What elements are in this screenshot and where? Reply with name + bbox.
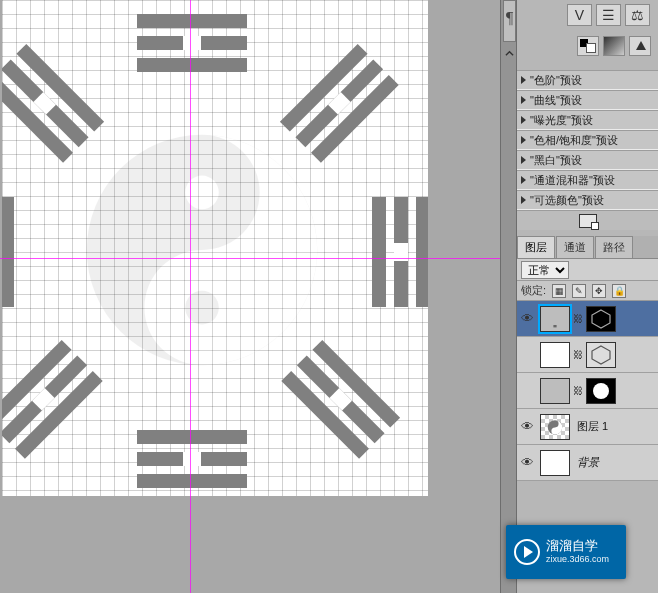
play-icon [514, 539, 540, 565]
levels-icon: ☰ [602, 7, 615, 23]
preset-channel-mixer[interactable]: "通道混和器"预设 [517, 170, 658, 190]
disclosure-triangle-icon [521, 136, 526, 144]
layer-thumbnail[interactable] [540, 414, 570, 440]
preset-label: "色相/饱和度"预设 [530, 133, 618, 148]
disclosure-triangle-icon [521, 96, 526, 104]
preset-label: "曝光度"预设 [530, 113, 593, 128]
layer-thumbnail[interactable] [540, 306, 570, 332]
layer-thumbnail[interactable] [540, 378, 570, 404]
tab-label: 通道 [564, 241, 586, 253]
preset-bw[interactable]: "黑白"预设 [517, 150, 658, 170]
lock-transparency-button[interactable]: ▦ [552, 284, 566, 298]
preset-hue-sat[interactable]: "色相/饱和度"预设 [517, 130, 658, 150]
blend-mode-row: 正常 [517, 259, 658, 281]
gradient-icon[interactable] [603, 36, 625, 56]
balance-tool-button[interactable]: ⚖ [625, 4, 650, 26]
layer-mask-thumbnail[interactable] [586, 306, 616, 332]
layer-row[interactable]: 👁 图层 1 [517, 409, 658, 445]
preset-exposure[interactable]: "曝光度"预设 [517, 110, 658, 130]
tab-channels[interactable]: 通道 [556, 236, 594, 258]
preset-label: "通道混和器"预设 [530, 173, 615, 188]
presets-accordion: "色阶"预设 "曲线"预设 "曝光度"预设 "色相/饱和度"预设 "黑白"预设 … [517, 70, 658, 210]
layer-row[interactable]: 👁 ⛓ [517, 337, 658, 373]
balance-icon: ⚖ [631, 7, 644, 23]
paragraph-icon: ¶ [504, 9, 515, 27]
levels-tool-button[interactable]: ☰ [596, 4, 621, 26]
layer-mask-thumbnail[interactable] [586, 378, 616, 404]
tab-layers[interactable]: 图层 [517, 236, 555, 258]
link-icon[interactable]: ⛓ [573, 313, 583, 324]
link-icon[interactable]: ⛓ [573, 349, 583, 360]
layer-name[interactable]: 背景 [577, 455, 599, 470]
layer-mask-thumbnail[interactable] [586, 342, 616, 368]
layer-thumbnail[interactable] [540, 342, 570, 368]
yinyang-ghost [82, 130, 322, 370]
lock-label: 锁定: [521, 283, 546, 298]
canvas-area[interactable] [0, 0, 500, 593]
watermark-brand: 溜溜自学 [546, 539, 609, 554]
preset-curves[interactable]: "曲线"预设 [517, 90, 658, 110]
lock-pixels-button[interactable]: ✎ [572, 284, 586, 298]
svg-point-9 [593, 383, 609, 399]
lock-position-button[interactable]: ✥ [592, 284, 606, 298]
vibrance-tool-button[interactable]: V [567, 4, 592, 26]
preset-selective-color[interactable]: "可选颜色"预设 [517, 190, 658, 210]
layer-row[interactable]: 👁 背景 [517, 445, 658, 481]
watermark-url: zixue.3d66.com [546, 554, 609, 564]
layer-thumbnail[interactable] [540, 450, 570, 476]
visibility-toggle[interactable]: 👁 [517, 311, 537, 326]
preset-label: "曲线"预设 [530, 93, 582, 108]
guide-vertical[interactable] [190, 0, 191, 593]
expand-arrow-icon[interactable] [505, 48, 514, 57]
preset-label: "色阶"预设 [530, 73, 582, 88]
tab-paths[interactable]: 路径 [595, 236, 633, 258]
preset-label: "可选颜色"预设 [530, 193, 604, 208]
v-icon: V [575, 7, 584, 23]
tab-label: 图层 [525, 241, 547, 253]
foreground-background-icon[interactable] [577, 36, 599, 56]
layer-row[interactable]: 👁 ⛓ [517, 373, 658, 409]
visibility-toggle[interactable]: 👁 [517, 419, 537, 434]
visibility-toggle[interactable]: 👁 [517, 347, 537, 362]
svg-rect-4 [553, 324, 556, 326]
visibility-toggle[interactable]: 👁 [517, 455, 537, 470]
preset-label: "黑白"预设 [530, 153, 582, 168]
link-icon[interactable]: ⛓ [573, 385, 583, 396]
visibility-toggle[interactable]: 👁 [517, 383, 537, 398]
adjustment-layer-icon [579, 214, 597, 228]
posterize-icon[interactable] [629, 36, 651, 56]
tab-label: 路径 [603, 241, 625, 253]
collapsed-dock[interactable]: ¶ [500, 0, 517, 593]
disclosure-triangle-icon [521, 76, 526, 84]
right-panel-column: V ☰ ⚖ "色阶"预设 "曲线"预设 "曝光度"预设 "色相/饱和度"预设 "… [517, 0, 658, 593]
pilcrow-button[interactable]: ¶ [503, 0, 516, 42]
adjustment-shortcut-row-2 [577, 36, 654, 56]
lock-all-button[interactable]: 🔒 [612, 284, 626, 298]
adjustment-shortcut-row-1: V ☰ ⚖ [567, 4, 654, 26]
new-adjustment-layer-button[interactable] [517, 210, 658, 230]
disclosure-triangle-icon [521, 176, 526, 184]
disclosure-triangle-icon [521, 196, 526, 204]
layer-name[interactable]: 图层 1 [577, 419, 608, 434]
lock-options-row: 锁定: ▦ ✎ ✥ 🔒 [517, 281, 658, 301]
blend-mode-select[interactable]: 正常 [521, 261, 569, 279]
watermark-badge: 溜溜自学 zixue.3d66.com [506, 525, 626, 579]
panel-tabs: 图层 通道 路径 [517, 236, 658, 259]
preset-levels[interactable]: "色阶"预设 [517, 70, 658, 90]
layer-row[interactable]: 👁 ⛓ [517, 301, 658, 337]
layers-list: 👁 ⛓ 👁 ⛓ 👁 ⛓ [517, 301, 658, 481]
disclosure-triangle-icon [521, 116, 526, 124]
disclosure-triangle-icon [521, 156, 526, 164]
document-canvas[interactable] [2, 0, 428, 496]
guide-horizontal[interactable] [0, 258, 500, 259]
